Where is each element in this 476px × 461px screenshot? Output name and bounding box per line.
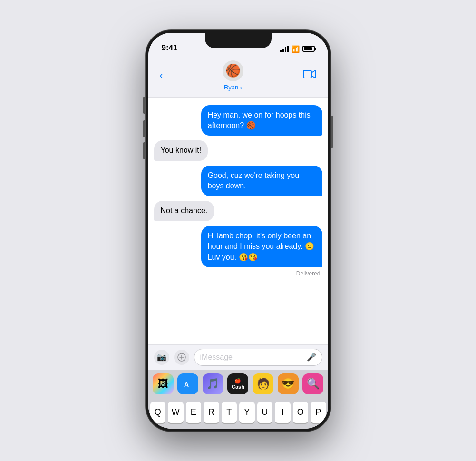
status-icons: 📶 [280,45,315,53]
message-row: Hi lamb chop, it's only been an hour and… [154,226,322,267]
contact-avatar: 🏀 [223,60,243,81]
key-p[interactable]: P [311,402,326,423]
cash-app-icon[interactable]: 🍎Cash [227,373,248,394]
key-q[interactable]: Q [150,402,166,423]
search-app-icon[interactable]: 🔍 [302,373,323,394]
delivered-label: Delivered [154,270,322,277]
back-button[interactable]: ‹ [156,68,167,84]
svg-rect-0 [303,70,311,78]
key-o[interactable]: O [293,402,309,423]
mic-icon: 🎤 [307,353,316,362]
contact-name: Ryan [224,83,242,91]
svg-text:A: A [184,381,189,388]
camera-button[interactable]: 📷 [154,350,169,365]
contact-info[interactable]: 🏀 Ryan [223,60,243,91]
apps-button[interactable] [174,350,189,365]
app-strip: 🖼 A 🎵 🍎Cash 🧑 😎 🔍 [148,370,328,398]
memoji2-app-icon[interactable]: 😎 [278,373,299,394]
key-t[interactable]: T [222,402,237,423]
status-time: 9:41 [162,43,178,53]
message-row: Not a chance. [154,201,322,221]
key-e[interactable]: E [186,402,202,423]
wifi-icon: 📶 [291,45,300,53]
input-placeholder: iMessage [200,353,233,362]
phone-device: 9:41 📶 ‹ 🏀 Ryan [146,30,331,432]
key-w[interactable]: W [168,402,184,423]
keyboard: Q W E R T Y U I O P [148,398,328,429]
message-row: Good, cuz we're taking you boys down. [154,166,322,196]
photos-app-icon[interactable]: 🖼 [153,373,174,394]
messages-area: Hey man, we on for hoops this afternoon?… [148,98,328,344]
message-bubble: Not a chance. [154,201,214,221]
audio-app-icon[interactable]: 🎵 [203,373,223,394]
keyboard-row-1: Q W E R T Y U I O P [150,402,326,423]
message-bubble: Hi lamb chop, it's only been an hour and… [201,226,322,267]
message-row: Hey man, we on for hoops this afternoon?… [154,105,322,136]
phone-screen: 9:41 📶 ‹ 🏀 Ryan [148,33,328,429]
video-call-button[interactable] [299,67,320,84]
message-input[interactable]: iMessage 🎤 [194,349,322,366]
message-bubble: Good, cuz we're taking you boys down. [201,166,322,196]
appstore-app-icon[interactable]: A [177,373,198,394]
battery-icon [302,46,315,52]
key-u[interactable]: U [257,402,273,423]
key-y[interactable]: Y [239,402,255,423]
message-row: You know it! [154,140,322,160]
signal-icon [280,46,289,52]
nav-bar: ‹ 🏀 Ryan [148,57,328,98]
key-i[interactable]: I [275,402,291,423]
memoji1-app-icon[interactable]: 🧑 [253,373,273,394]
input-area: 📷 iMessage 🎤 [148,344,328,370]
key-r[interactable]: R [204,402,219,423]
message-bubble: Hey man, we on for hoops this afternoon?… [201,105,322,136]
message-bubble: You know it! [154,140,208,160]
notch [205,33,272,48]
